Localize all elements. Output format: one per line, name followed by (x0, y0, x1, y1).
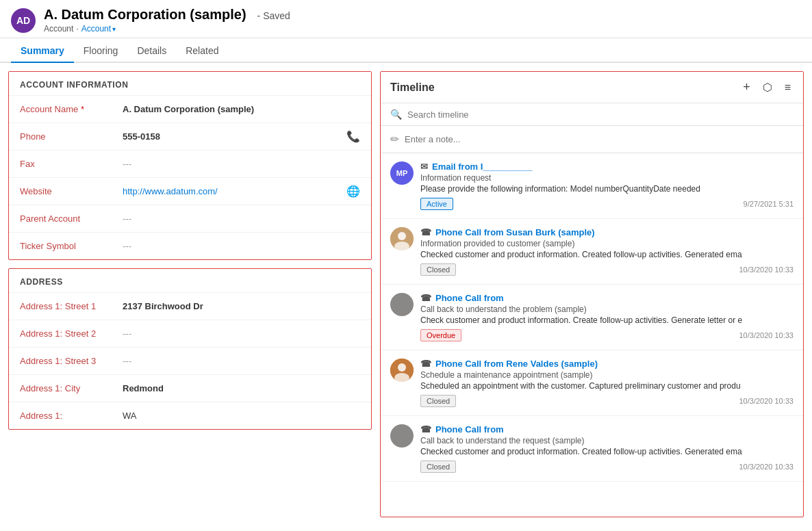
tab-flooring[interactable]: Flooring (74, 38, 128, 62)
person-avatar-icon (390, 227, 414, 250)
label-street2: Address 1: Street 2 (20, 328, 123, 339)
item-date: 10/3/2020 10:33 (739, 331, 794, 339)
header-title-block: A. Datum Corporation (sample) - Saved Ac… (44, 7, 290, 34)
required-indicator: * (81, 105, 84, 114)
globe-icon[interactable]: 🌐 (346, 185, 360, 198)
item-title[interactable]: ☎ Phone Call from (420, 293, 794, 303)
field-phone: Phone 555-0158 📞 (9, 122, 371, 150)
item-footer: Active 9/27/2021 5:31 (420, 198, 794, 210)
avatar: AD (11, 8, 36, 33)
item-subtitle: Call back to understand the problem (sam… (420, 305, 794, 314)
field-street3: Address 1: Street 3 --- (9, 347, 371, 374)
breadcrumb: Account · Account ▾ (44, 24, 290, 34)
value-street1[interactable]: 2137 Birchwood Dr (123, 301, 360, 311)
label-street3: Address 1: Street 3 (20, 356, 123, 366)
value-account-name[interactable]: A. Datum Corporation (sample) (123, 104, 360, 114)
label-city: Address 1: City (20, 383, 123, 393)
field-ticker-symbol: Ticker Symbol --- (9, 232, 371, 259)
item-date: 10/3/2020 10:33 (739, 266, 794, 274)
item-footer: Closed 10/3/2020 10:33 (420, 263, 794, 276)
timeline-items: MP ✉ Email from I__________ Information … (381, 153, 803, 517)
item-content: ☎ Phone Call from Call back to understan… (420, 293, 794, 341)
item-desc: Checked customer and product information… (420, 250, 794, 259)
item-content: ☎ Phone Call from Rene Valdes (sample) S… (420, 359, 794, 407)
tab-details[interactable]: Details (127, 38, 176, 62)
svg-point-4 (398, 363, 406, 372)
timeline-filter-button[interactable]: ⬡ (760, 79, 775, 95)
avatar: MP (390, 161, 414, 185)
label-fax: Fax (20, 159, 123, 169)
item-subtitle: Information provided to customer (sample… (420, 239, 794, 248)
value-website[interactable]: http://www.adatum.com/ 🌐 (123, 185, 360, 198)
tab-related[interactable]: Related (176, 38, 228, 62)
item-title[interactable]: ☎ Phone Call from Rene Valdes (sample) (420, 359, 794, 369)
item-footer: Closed 10/3/2020 10:33 (420, 461, 794, 473)
value-state[interactable]: WA (123, 411, 360, 421)
field-parent-account: Parent Account --- (9, 205, 371, 232)
phone-call-icon: ☎ (420, 359, 431, 369)
address-title: ADDRESS (9, 269, 371, 292)
value-fax[interactable]: --- (123, 159, 360, 169)
tab-summary[interactable]: Summary (11, 38, 74, 62)
value-street3[interactable]: --- (123, 356, 360, 366)
value-phone[interactable]: 555-0158 📞 (123, 130, 360, 143)
label-parent-account: Parent Account (20, 213, 123, 224)
account-info-title: ACCOUNT INFORMATION (9, 72, 371, 95)
main-content: ACCOUNT INFORMATION Account Name * A. Da… (0, 63, 812, 526)
item-footer: Overdue 10/3/2020 10:33 (420, 329, 794, 341)
item-subtitle: Information request (420, 173, 794, 183)
field-website: Website http://www.adatum.com/ 🌐 (9, 177, 371, 205)
status-badge: Closed (420, 395, 456, 407)
phone-call-icon: ☎ (420, 424, 431, 435)
field-account-name: Account Name * A. Datum Corporation (sam… (9, 95, 371, 122)
value-parent-account[interactable]: --- (123, 213, 360, 224)
item-date: 10/3/2020 10:33 (739, 397, 794, 405)
person-avatar-icon (390, 359, 414, 382)
timeline-add-button[interactable]: + (740, 79, 753, 96)
field-street2: Address 1: Street 2 --- (9, 320, 371, 347)
timeline-actions: + ⬡ ≡ (740, 79, 794, 96)
value-ticker-symbol[interactable]: --- (123, 241, 360, 251)
field-state: Address 1: WA (9, 402, 371, 429)
field-street1: Address 1: Street 1 2137 Birchwood Dr (9, 292, 371, 320)
saved-status: - Saved (257, 10, 290, 21)
item-content: ✉ Email from I__________ Information req… (420, 161, 794, 210)
value-street2[interactable]: --- (123, 328, 360, 339)
search-input[interactable] (407, 109, 794, 120)
status-badge: Closed (420, 263, 456, 276)
label-account-name: Account Name * (20, 104, 123, 114)
svg-point-1 (398, 232, 406, 240)
breadcrumb-chevron-icon: ▾ (112, 25, 116, 33)
breadcrumb-name[interactable]: Account ▾ (81, 24, 116, 34)
list-item: ☎ Phone Call from Call back to understan… (381, 416, 803, 482)
item-desc: Please provide the following information… (420, 184, 794, 194)
label-state: Address 1: (20, 411, 123, 421)
item-subtitle: Call back to understand the request (sam… (420, 436, 794, 445)
timeline-more-button[interactable]: ≡ (782, 80, 794, 95)
breadcrumb-type: Account (44, 24, 73, 34)
phone-icon[interactable]: 📞 (346, 130, 360, 143)
item-title[interactable]: ✉ Email from I__________ (420, 161, 794, 172)
item-footer: Closed 10/3/2020 10:33 (420, 395, 794, 407)
status-badge: Active (420, 198, 453, 210)
timeline-search-bar: 🔍 (381, 103, 803, 126)
avatar (390, 424, 414, 448)
item-title[interactable]: ☎ Phone Call from (420, 424, 794, 435)
item-subtitle: Schedule a maintenance appointment (samp… (420, 370, 794, 380)
item-content: ☎ Phone Call from Call back to understan… (420, 424, 794, 473)
note-input[interactable] (405, 134, 794, 144)
email-icon: ✉ (420, 161, 428, 172)
item-title[interactable]: ☎ Phone Call from Susan Burk (sample) (420, 227, 794, 237)
pencil-icon: ✏ (390, 133, 399, 146)
list-item: MP ✉ Email from I__________ Information … (381, 153, 803, 219)
note-row: ✏ (381, 126, 803, 153)
field-fax: Fax --- (9, 150, 371, 177)
address-section: ADDRESS Address 1: Street 1 2137 Birchwo… (8, 268, 372, 430)
avatar (390, 359, 414, 382)
item-date: 9/27/2021 5:31 (744, 200, 794, 208)
list-item: ☎ Phone Call from Susan Burk (sample) In… (381, 219, 803, 285)
item-desc: Scheduled an appointment with the custom… (420, 381, 794, 391)
status-badge: Closed (420, 461, 456, 473)
value-city[interactable]: Redmond (123, 383, 360, 393)
search-icon: 🔍 (390, 109, 402, 120)
